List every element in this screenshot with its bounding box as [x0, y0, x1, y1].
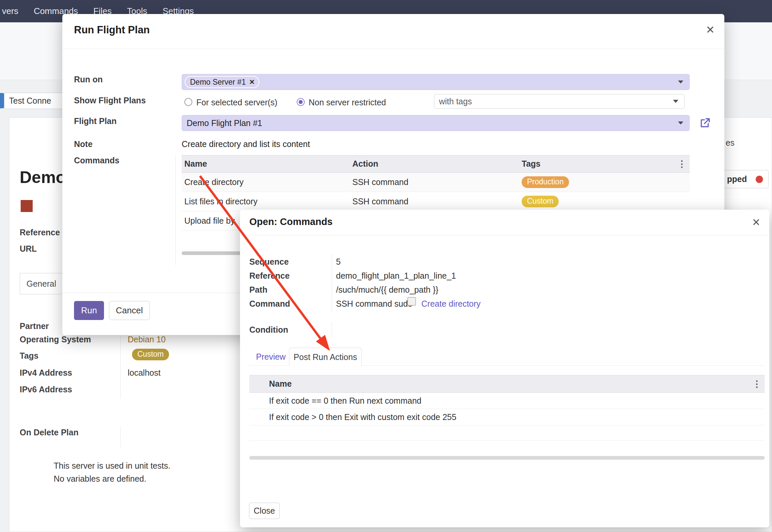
run-on-server-select[interactable]: Demo Server #1 ✕ — [182, 74, 690, 90]
tag-badge-production: Production — [522, 176, 569, 188]
table-row[interactable]: If exit code > 0 then Exit with custom e… — [249, 409, 765, 425]
empty-row — [249, 425, 765, 441]
radio-non-server-restricted[interactable] — [297, 98, 305, 106]
row-action: SSH command — [352, 177, 522, 187]
divider — [175, 155, 176, 265]
partial-text-notes: es — [726, 138, 734, 148]
tab-preview[interactable]: Preview — [256, 352, 286, 362]
tag-badge-custom: Custom — [522, 196, 559, 207]
path-value: /such/much/{{ demo_path }} — [336, 285, 438, 295]
row-tags: Custom — [522, 196, 690, 207]
divider — [332, 255, 332, 311]
column-header-name: Name — [269, 379, 765, 389]
close-icon[interactable]: × — [752, 215, 760, 229]
create-directory-checkbox[interactable] — [407, 297, 416, 306]
reference-label: Reference — [249, 271, 290, 281]
kebab-menu-icon[interactable]: ⋮ — [677, 159, 686, 169]
dialog-title: Run Flight Plan — [74, 24, 150, 36]
with-tags-select[interactable]: with tags — [434, 94, 685, 109]
commands-table-header: Name Action Tags ⋮ — [182, 155, 690, 173]
command-value: SSH command sudo — [336, 299, 412, 309]
nav-item-servers[interactable]: vers — [2, 6, 18, 16]
table-row[interactable]: List files in directory SSH command Cust… — [182, 192, 690, 211]
tab-post-run-actions[interactable]: Post Run Actions — [289, 348, 362, 366]
run-button[interactable]: Run — [74, 301, 104, 320]
caret-down-icon — [673, 100, 678, 103]
divider — [120, 427, 121, 447]
command-label: Command — [249, 299, 290, 309]
post-run-table-header: Name ⋮ — [249, 375, 765, 393]
show-flight-plans-label: Show Flight Plans — [74, 95, 146, 105]
sequence-value: 5 — [336, 257, 341, 267]
flight-plan-value: Demo Flight Plan #1 — [187, 118, 262, 128]
row-name: If exit code == 0 then Run next command — [269, 396, 765, 406]
column-header-tags: Tags — [522, 159, 690, 169]
condition-label: Condition — [249, 325, 288, 335]
chip-remove-icon[interactable]: ✕ — [249, 78, 255, 86]
page-title: Demo — [20, 168, 66, 187]
divider — [332, 322, 332, 338]
ipv6-label: IPv6 Address — [20, 384, 72, 394]
dialog-title: Open: Commands — [249, 216, 333, 227]
tags-label: Tags — [20, 351, 39, 361]
radio-for-selected-servers-label[interactable]: For selected server(s) — [196, 97, 277, 107]
unit-test-note-line2: No variables are defined. — [54, 474, 146, 484]
divider — [62, 49, 724, 49]
caret-down-icon — [678, 81, 683, 84]
close-button[interactable]: Close — [249, 503, 280, 519]
column-header-action: Action — [352, 159, 522, 169]
operating-system-link[interactable]: Debian 10 — [128, 334, 166, 344]
url-label: URL — [20, 244, 37, 254]
reference-value: demo_flight_plan_1_plan_line_1 — [336, 271, 456, 281]
row-action: SSH command — [352, 197, 522, 206]
path-label: Path — [249, 285, 267, 295]
status-label: pped — [727, 174, 747, 184]
radio-non-server-restricted-label[interactable]: Non server restricted — [309, 97, 386, 107]
close-icon[interactable]: × — [706, 23, 714, 37]
post-run-actions-table: Name ⋮ If exit code == 0 then Run next c… — [249, 375, 765, 441]
row-name: If exit code > 0 then Exit with custom e… — [269, 412, 765, 422]
horizontal-scrollbar-thumb[interactable] — [249, 456, 765, 460]
radio-for-selected-servers[interactable] — [184, 98, 192, 106]
column-header-name: Name — [182, 159, 352, 169]
on-delete-plan-label: On Delete Plan — [20, 427, 78, 437]
table-row[interactable]: Create directory SSH command Production — [182, 173, 690, 192]
tab-general[interactable]: General — [20, 273, 63, 294]
row-name: List files in directory — [182, 197, 352, 206]
divider — [240, 235, 769, 235]
note-label: Note — [74, 139, 93, 149]
operating-system-label: Operating System — [20, 334, 91, 344]
server-chip: Demo Server #1 ✕ — [185, 76, 259, 88]
server-chip-label: Demo Server #1 — [190, 78, 246, 87]
run-on-label: Run on — [74, 74, 103, 84]
commands-label: Commands — [74, 155, 119, 165]
table-row[interactable]: If exit code == 0 then Run next command — [249, 393, 765, 409]
flight-plan-select[interactable]: Demo Flight Plan #1 — [182, 115, 690, 131]
external-link-icon[interactable] — [699, 117, 711, 129]
status-dot-icon — [756, 176, 763, 183]
with-tags-value: with tags — [439, 97, 472, 106]
row-name: Create directory — [182, 177, 352, 187]
note-value: Create directory and list its content — [182, 139, 310, 149]
color-swatch — [21, 200, 33, 212]
ipv4-label: IPv4 Address — [20, 368, 72, 378]
reference-label: Reference — [20, 227, 60, 237]
unit-test-note-line1: This server is used in unit tests. — [54, 461, 170, 471]
open-commands-dialog: Open: Commands × Sequence 5 Reference de… — [240, 210, 769, 527]
kebab-menu-icon[interactable]: ⋮ — [752, 379, 761, 389]
partner-label: Partner — [20, 321, 49, 331]
caret-down-icon — [678, 122, 683, 125]
tag-badge-custom: Custom — [132, 349, 169, 360]
row-tags: Production — [522, 176, 690, 188]
partial-blue-button[interactable] — [0, 93, 4, 108]
screen: vers Commands Files Tools Settings Test … — [0, 0, 772, 532]
create-directory-link[interactable]: Create directory — [421, 299, 481, 309]
cancel-button[interactable]: Cancel — [109, 301, 150, 320]
flight-plan-label: Flight Plan — [74, 116, 117, 126]
sequence-label: Sequence — [249, 257, 289, 267]
ipv4-value: localhost — [128, 368, 161, 378]
